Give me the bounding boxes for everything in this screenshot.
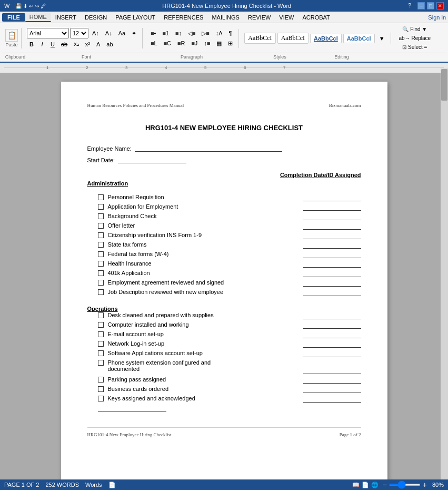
zoom-out-btn[interactable]: − [383,481,387,489]
zoom-slider[interactable] [389,484,421,486]
checkbox-6[interactable] [98,242,104,248]
ops-completion-6 [303,367,361,374]
ops-checkbox-3[interactable] [98,331,104,337]
increase-indent-btn[interactable]: ▷≡ [199,29,212,38]
help-btn[interactable]: ? [408,2,411,9]
paragraph-section: ≡• ≡1 ≡↕ ◁≡ ▷≡ ↕A ¶ ≡L ≡C ≡R ≡J ↕≡ ▦ ⊞ [145,29,239,48]
bold-btn[interactable]: B [27,40,36,48]
ops-completion-3 [303,331,361,338]
ops-checkbox-5[interactable] [98,350,104,356]
ops-checkbox-8[interactable] [98,386,104,392]
checkbox-3[interactable] [98,213,104,219]
line-spacing-btn[interactable]: ↕≡ [201,39,213,48]
clear-format-btn[interactable]: ✦ [129,28,139,38]
zoom-in-btn[interactable]: + [423,481,427,489]
sort-btn[interactable]: ↕A [213,29,225,38]
header-left: Human Resources Policies and Procedures … [87,103,184,108]
grow-font-btn[interactable]: A↑ [89,28,102,38]
menu-item-file[interactable]: FILE [2,13,25,22]
italic-btn[interactable]: I [37,40,47,48]
document-title: HRG101-4 NEW EMPLOYEE HIRING CHECKLIST [87,124,361,132]
show-para-btn[interactable]: ¶ [226,29,235,38]
strikethrough-btn[interactable]: ab [58,40,70,48]
minimize-btn[interactable]: – [417,2,425,9]
print-view-icon[interactable]: 📄 [362,482,369,488]
menu-item-design[interactable]: DESIGN [81,13,111,22]
underline-btn[interactable]: U [48,40,57,48]
start-date-field[interactable] [118,156,186,163]
replace-btn[interactable]: ab→ Replace [396,34,434,42]
style-normal[interactable]: AaBbCcI [244,33,275,44]
text-color-btn[interactable]: A [94,40,103,48]
checkbox-7[interactable] [98,251,104,257]
menu-item-references[interactable]: REFERENCES [160,13,207,22]
checkbox-11[interactable] [98,289,104,295]
menu-item-acrobat[interactable]: ACROBAT [298,13,334,22]
menu-item-view[interactable]: VIEW [275,13,298,22]
close-btn[interactable]: ✕ [436,2,444,9]
checkbox-10[interactable] [98,280,104,286]
checkbox-5[interactable] [98,232,104,238]
completion-line-9 [303,270,361,277]
menu-item-review[interactable]: REVIEW [244,13,275,22]
checkbox-4[interactable] [98,223,104,229]
style-heading2[interactable]: AaBbCcI [343,34,375,43]
numbering-btn[interactable]: ≡1 [160,29,172,38]
read-view-icon[interactable]: 📖 [352,482,360,488]
sign-in-link[interactable]: Sign in [428,14,446,21]
scrollbar[interactable] [441,68,448,479]
shrink-font-btn[interactable]: A↓ [103,28,115,38]
bullets-btn[interactable]: ≡• [148,29,158,38]
ops-item-4: Network Log-in set-up [98,340,361,348]
maximize-btn[interactable]: □ [427,2,434,9]
ops-item-6: Phone system extension configured anddoc… [98,359,361,374]
style-heading1[interactable]: AaBbCcI [310,34,342,43]
ops-checkbox-2[interactable] [98,322,104,328]
administration-header: Administration [87,180,128,187]
web-view-icon[interactable]: 🌐 [371,482,379,488]
select-btn[interactable]: ⊡ Select = [396,43,434,51]
menu-item-mailings[interactable]: MAILINGS [207,13,244,22]
ops-checkbox-1[interactable] [98,312,104,318]
highlight-btn[interactable]: ab [104,40,115,48]
superscript-btn[interactable]: x² [83,40,93,48]
font-name-select[interactable]: Arial [27,28,69,38]
subscript-btn[interactable]: x₂ [71,40,82,48]
document-check-icon[interactable]: 📄 [108,482,116,488]
shading-btn[interactable]: ▦ [214,39,224,48]
styles-scroll-btn[interactable]: ▼ [376,34,387,43]
ops-checkbox-9[interactable] [98,396,104,401]
menu-item-insert[interactable]: INSERT [51,13,81,22]
bottom-line [98,411,166,411]
checkbox-1[interactable] [98,194,104,200]
start-date-row: Start Date: [87,156,361,163]
decrease-indent-btn[interactable]: ◁≡ [185,29,198,38]
ops-completion-4 [303,340,361,348]
menu-item-home[interactable]: HOME [25,13,51,22]
align-left-btn[interactable]: ≡L [148,39,160,48]
align-right-btn[interactable]: ≡R [175,39,187,48]
checkbox-8[interactable] [98,261,104,267]
ops-checkbox-7[interactable] [98,377,104,383]
checkbox-2[interactable] [98,204,104,210]
footer-left: HRG101-4 New Employee Hiring Checklist [87,432,172,437]
style-no-spacing[interactable]: AaBbCcI [277,33,308,44]
zoom-level[interactable]: 80% [429,482,444,488]
scroll-thumb[interactable] [441,69,447,101]
checkbox-9[interactable] [98,270,104,276]
paste-button[interactable]: 📋 Paste [2,28,22,48]
multilevel-btn[interactable]: ≡↕ [173,29,184,38]
completion-line-5 [303,232,361,239]
change-case-btn[interactable]: Aa [116,28,128,38]
find-btn[interactable]: 🔍 Find ▼ [396,25,434,33]
completion-line-4 [303,222,361,230]
font-size-select[interactable]: 12 [70,28,88,38]
justify-btn[interactable]: ≡J [188,39,200,48]
menu-item-page-layout[interactable]: PAGE LAYOUT [111,13,160,22]
editing-label: Editing [321,54,363,60]
align-center-btn[interactable]: ≡C [161,39,174,48]
ops-checkbox-6[interactable] [98,360,104,366]
ops-checkbox-4[interactable] [98,341,104,347]
employee-name-field[interactable] [135,144,282,152]
border-btn[interactable]: ⊞ [225,39,235,48]
